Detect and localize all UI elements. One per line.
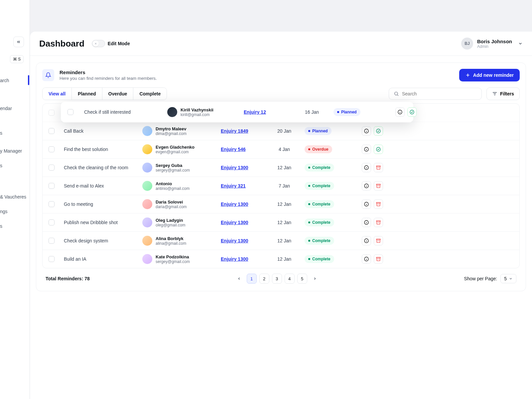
status-badge: Overdue bbox=[305, 145, 332, 153]
row-checkbox[interactable] bbox=[49, 110, 55, 116]
complete-button[interactable] bbox=[374, 126, 383, 136]
enquiry-link[interactable]: Enjuiry 1300 bbox=[221, 238, 264, 243]
status-badge: Complete bbox=[305, 164, 334, 172]
sidebar-item[interactable]: s bbox=[0, 219, 30, 233]
search-input[interactable] bbox=[389, 88, 482, 100]
row-checkbox[interactable] bbox=[49, 219, 55, 225]
tab-planned[interactable]: Planned bbox=[72, 88, 102, 100]
task-title: Check design system bbox=[64, 238, 140, 243]
tab-complete[interactable]: Complete bbox=[133, 88, 167, 100]
archive-button[interactable] bbox=[374, 236, 383, 245]
sidebar-item[interactable]: arch bbox=[0, 73, 30, 88]
reminder-date: 7 Jan bbox=[266, 183, 303, 189]
table-row[interactable]: Publish new Dribbble shotOleg Ladyginole… bbox=[43, 213, 519, 232]
info-button[interactable] bbox=[362, 254, 371, 264]
row-checkbox[interactable] bbox=[49, 128, 55, 134]
sidebar-item[interactable]: y Manager bbox=[0, 144, 30, 158]
chevron-down-icon bbox=[509, 277, 513, 281]
enquiry-link[interactable]: Enjuiry 1849 bbox=[221, 128, 264, 134]
info-button[interactable] bbox=[362, 200, 371, 209]
person-email: alina@gmail.com bbox=[156, 241, 186, 246]
info-button[interactable] bbox=[362, 218, 371, 227]
enquiry-link[interactable]: Enjuiry 1300 bbox=[221, 201, 264, 207]
info-button[interactable] bbox=[362, 181, 371, 191]
archive-button[interactable] bbox=[374, 181, 383, 191]
archive-button[interactable] bbox=[374, 200, 383, 209]
complete-button[interactable] bbox=[407, 107, 417, 117]
page-button[interactable]: 4 bbox=[285, 274, 295, 284]
complete-button[interactable] bbox=[374, 145, 383, 154]
table-row[interactable]: Find the best solutionEvgen Gladchenkoev… bbox=[43, 140, 519, 159]
add-reminder-button[interactable]: Add new reminder bbox=[459, 69, 520, 81]
row-checkbox[interactable] bbox=[49, 165, 55, 171]
sidebar-item[interactable]: endar bbox=[0, 101, 30, 116]
tab-view-all[interactable]: View all bbox=[43, 88, 72, 100]
search-field[interactable] bbox=[402, 91, 477, 96]
chevron-down-icon bbox=[518, 41, 523, 46]
person-email: oleg@gmail.com bbox=[156, 223, 186, 227]
info-button[interactable] bbox=[362, 145, 371, 154]
info-button[interactable] bbox=[362, 126, 371, 136]
enquiry-link[interactable]: Enjuiry 12 bbox=[244, 109, 290, 115]
enquiry-link[interactable]: Enjuiry 1300 bbox=[221, 256, 264, 262]
table-row[interactable]: Check the cleaning of the roomSergey Gub… bbox=[43, 159, 519, 177]
row-checkbox[interactable] bbox=[49, 256, 55, 262]
row-checkbox[interactable] bbox=[49, 201, 55, 207]
person-name: Kirill Vazhynskii bbox=[181, 107, 213, 112]
sidebar-collapse-button[interactable] bbox=[13, 37, 24, 47]
prev-page-button[interactable] bbox=[234, 274, 244, 284]
row-checkbox[interactable] bbox=[49, 238, 55, 244]
reminder-date: 12 Jan bbox=[266, 220, 303, 225]
page-button[interactable]: 5 bbox=[297, 274, 307, 284]
page-button[interactable]: 3 bbox=[272, 274, 282, 284]
total-count: Total Reminders: 78 bbox=[46, 276, 90, 281]
page-button[interactable]: 1 bbox=[247, 274, 257, 284]
filters-button[interactable]: Filters bbox=[486, 87, 520, 100]
tab-overdue[interactable]: Overdue bbox=[102, 88, 134, 100]
table-row[interactable]: Build an IAKate Podzolkinasergey@gmail.c… bbox=[43, 250, 519, 268]
toggle-label: Edit Mode bbox=[108, 41, 130, 46]
reminder-date: 12 Jan bbox=[266, 238, 303, 243]
user-menu[interactable]: BJ Boris Johnson Admin bbox=[461, 38, 523, 50]
row-checkbox[interactable] bbox=[67, 109, 73, 115]
info-button[interactable] bbox=[395, 107, 405, 117]
user-role: Admin bbox=[477, 44, 512, 49]
table-row[interactable]: Go to meetingDaria Soloveidaria@gmail.co… bbox=[43, 195, 519, 213]
per-page-select[interactable]: 5 bbox=[500, 274, 516, 283]
reminder-date: 12 Jan bbox=[266, 165, 303, 170]
sidebar-item[interactable]: s bbox=[0, 126, 30, 140]
sidebar-item[interactable]: ngs bbox=[0, 204, 30, 219]
header: Dashboard Edit Mode BJ Boris Johnson Adm… bbox=[30, 32, 532, 56]
per-page-label: Show per Page: bbox=[464, 276, 497, 281]
enquiry-link[interactable]: Enjuiry 321 bbox=[221, 183, 264, 189]
person-email: antinio@gmail.com bbox=[156, 186, 190, 191]
archive-button[interactable] bbox=[374, 218, 383, 227]
task-title: Find the best solution bbox=[64, 147, 140, 152]
info-button[interactable] bbox=[362, 236, 371, 245]
person-name: Sergey Guba bbox=[156, 163, 190, 168]
info-button[interactable] bbox=[362, 163, 371, 172]
person-avatar bbox=[142, 181, 152, 191]
table-row[interactable]: Call BackDmytro Maleevdima@gmail.comEnju… bbox=[43, 122, 519, 140]
edit-mode-toggle[interactable]: Edit Mode bbox=[92, 40, 130, 47]
search-icon bbox=[394, 91, 399, 96]
enquiry-link[interactable]: Enjuiry 1300 bbox=[221, 220, 264, 225]
enquiry-link[interactable]: Enjuiry 1300 bbox=[221, 165, 264, 170]
row-checkbox[interactable] bbox=[49, 146, 55, 152]
page-button[interactable]: 2 bbox=[259, 274, 269, 284]
person-email: evgen@gmail.com bbox=[156, 150, 195, 154]
sidebar-item[interactable]: & Vaucheres bbox=[0, 190, 30, 204]
next-page-button[interactable] bbox=[310, 274, 320, 284]
table-row[interactable]: Send e-mail to AlexAntonioantinio@gmail.… bbox=[43, 177, 519, 195]
enquiry-link[interactable]: Enjuiry 546 bbox=[221, 147, 264, 152]
table-row[interactable]: Check design systemAlina Borblykalina@gm… bbox=[43, 232, 519, 250]
person-name: Alina Borblyk bbox=[156, 236, 186, 241]
highlighted-row[interactable]: Check if still interested Kirill Vazhyns… bbox=[61, 102, 413, 122]
person-avatar bbox=[142, 217, 152, 227]
toggle-switch[interactable] bbox=[92, 40, 105, 47]
person-name: Kate Podzolkina bbox=[156, 254, 190, 259]
row-checkbox[interactable] bbox=[49, 183, 55, 189]
sidebar-item[interactable]: s bbox=[0, 158, 30, 173]
archive-button[interactable] bbox=[374, 254, 383, 264]
archive-button[interactable] bbox=[374, 163, 383, 172]
